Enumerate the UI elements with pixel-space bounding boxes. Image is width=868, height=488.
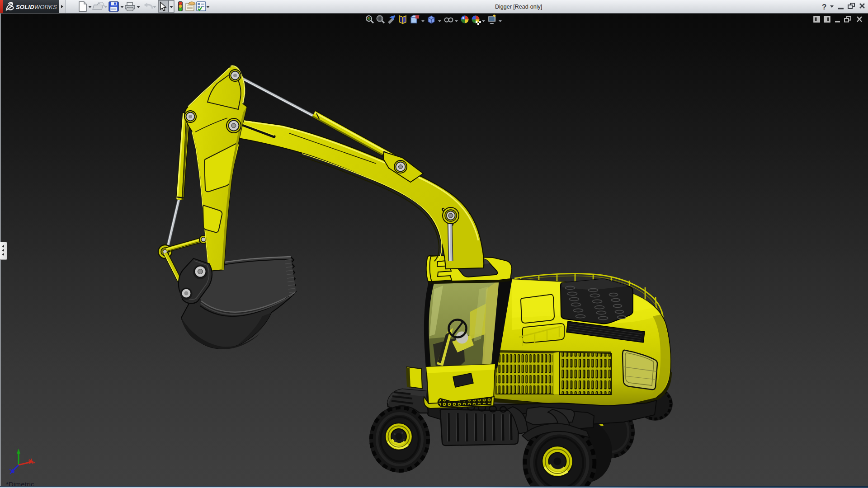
svg-text:SOLIDWORKS: SOLIDWORKS <box>16 4 57 10</box>
svg-text:?: ? <box>822 3 826 11</box>
